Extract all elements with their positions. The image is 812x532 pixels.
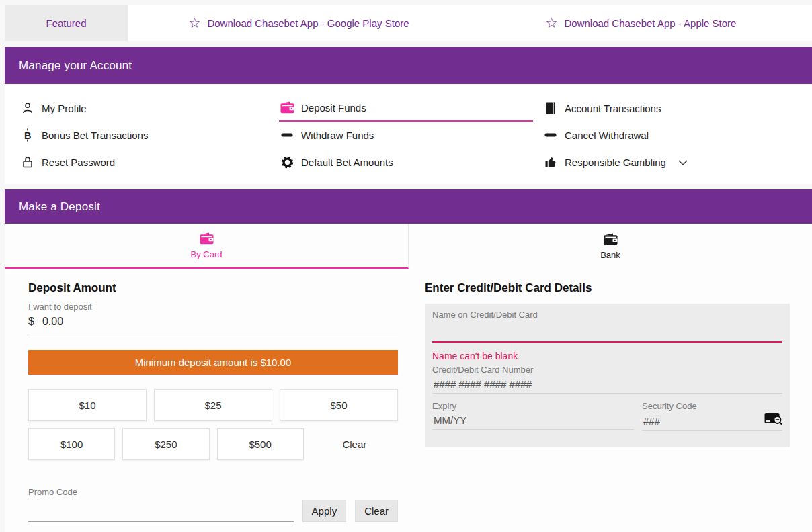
menu-label: Withdraw Funds (301, 130, 374, 141)
card-name-label: Name on Credit/Debit Card (432, 310, 782, 320)
menu-item-withdraw-funds[interactable]: Withdraw Funds (279, 122, 542, 148)
menu-item-reset-password[interactable]: Reset Password (19, 148, 279, 175)
deposit-amount-field: $ (28, 312, 398, 337)
tab-by-card-label: By Card (191, 249, 222, 259)
quick-amount-500[interactable]: $500 (217, 428, 304, 460)
wallet-icon (604, 233, 618, 247)
menu-label: Account Transactions (565, 103, 661, 114)
expiry-field: Expiry (432, 401, 634, 431)
deposit-amount-input[interactable] (41, 315, 350, 328)
tab-download-apple-store[interactable]: ☆ Download Chasebet App - Apple Store (470, 5, 812, 41)
manage-account-banner: Manage your Account (5, 47, 812, 84)
tab-featured[interactable]: Featured (5, 5, 128, 41)
wallet-icon (279, 101, 295, 114)
menu-item-cancel-withdrawal[interactable]: Cancel Withdrawal (542, 122, 812, 148)
bonus-bet-icon: B (19, 128, 36, 142)
menu-item-default-bet-amounts[interactable]: Default Bet Amounts (279, 148, 542, 175)
tab-bank[interactable]: Bank (409, 224, 812, 269)
wallet-icon (200, 232, 214, 247)
expiry-input[interactable] (432, 411, 634, 430)
thumbs-up-icon (542, 156, 559, 168)
menu-label: My Profile (42, 103, 87, 114)
withdraw-dash-icon (279, 133, 295, 137)
card-details-form: Name on Credit/Debit Card Name can't be … (425, 304, 790, 447)
card-details-heading: Enter Credit/Debit Card Details (425, 281, 790, 295)
security-code-input[interactable] (642, 411, 764, 430)
card-details-panel: Enter Credit/Debit Card Details Name on … (411, 269, 812, 522)
card-search-icon (764, 412, 782, 430)
expiry-label: Expiry (432, 401, 634, 411)
deposit-content: By Card Bank Deposit Amount I want to de… (5, 224, 812, 532)
menu-item-responsible-gambling[interactable]: Responsible Gambling (542, 148, 812, 175)
lock-icon (19, 156, 36, 168)
star-icon: ☆ (546, 16, 558, 30)
quick-amount-250[interactable]: $250 (122, 428, 209, 460)
deposit-amount-panel: Deposit Amount I want to deposit $ Minim… (5, 269, 411, 522)
account-menu: My Profile Deposit Funds Account Transac… (5, 84, 812, 184)
quick-amount-row-2: $100 $250 $500 Clear (28, 428, 398, 460)
card-name-input[interactable] (432, 320, 782, 343)
minimum-deposit-warning-text: Minimum deposit amount is $10.00 (135, 357, 292, 368)
chevron-down-icon (678, 157, 688, 168)
manage-account-title: Manage your Account (19, 59, 132, 73)
clear-promo-button[interactable]: Clear (355, 500, 398, 522)
currency-symbol: $ (28, 316, 34, 328)
star-icon: ☆ (188, 16, 200, 30)
make-deposit-banner: Make a Deposit (5, 189, 812, 224)
menu-label: Reset Password (42, 157, 115, 168)
quick-amount-10[interactable]: $10 (28, 389, 147, 421)
menu-label: Deposit Funds (301, 102, 366, 114)
tab-featured-label: Featured (46, 17, 86, 29)
payment-method-tabs: By Card Bank (5, 224, 812, 269)
apply-promo-button[interactable]: Apply (302, 500, 347, 522)
promo-code-input[interactable] (28, 502, 294, 522)
menu-item-bonus-bet-transactions[interactable]: B Bonus Bet Transactions (19, 122, 279, 148)
clear-amount-button[interactable]: Clear (311, 428, 398, 460)
card-name-error: Name can't be blank (432, 351, 782, 361)
menu-label: Default Bet Amounts (301, 157, 393, 168)
gear-icon (279, 156, 295, 169)
security-code-label: Security Code (642, 401, 782, 411)
deposit-amount-heading: Deposit Amount (28, 281, 398, 295)
quick-amount-row-1: $10 $25 $50 (28, 389, 398, 421)
menu-item-my-profile[interactable]: My Profile (19, 95, 279, 122)
menu-label: Cancel Withdrawal (565, 130, 649, 141)
tab-by-card[interactable]: By Card (5, 224, 409, 269)
tab-download-google-play[interactable]: ☆ Download Chasebet App - Google Play St… (128, 5, 470, 41)
book-icon (542, 102, 559, 114)
tab-apple-label: Download Chasebet App - Apple Store (564, 17, 736, 29)
menu-item-account-transactions[interactable]: Account Transactions (542, 95, 812, 122)
top-tab-bar: Featured ☆ Download Chasebet App - Googl… (5, 5, 812, 41)
tab-bank-label: Bank (600, 250, 620, 260)
person-icon (19, 102, 36, 114)
quick-amount-25[interactable]: $25 (154, 389, 272, 421)
card-number-input[interactable] (432, 375, 782, 394)
make-deposit-title: Make a Deposit (19, 200, 100, 214)
menu-label: Responsible Gambling (565, 157, 666, 168)
promo-code-section: Promo Code Apply Clear (28, 487, 398, 522)
menu-item-deposit-funds[interactable]: Deposit Funds (279, 95, 533, 122)
svg-text:B: B (24, 130, 31, 141)
card-number-label: Credit/Debit Card Number (432, 365, 782, 375)
cancel-dash-icon (542, 133, 559, 137)
menu-label: Bonus Bet Transactions (42, 130, 148, 141)
quick-amount-50[interactable]: $50 (280, 389, 398, 421)
quick-amount-100[interactable]: $100 (28, 428, 115, 460)
tab-google-label: Download Chasebet App - Google Play Stor… (207, 17, 409, 29)
security-code-field: Security Code (642, 401, 782, 431)
minimum-deposit-warning: Minimum deposit amount is $10.00 (28, 350, 398, 375)
promo-code-label: Promo Code (28, 487, 398, 497)
deposit-prompt-label: I want to deposit (28, 302, 398, 312)
